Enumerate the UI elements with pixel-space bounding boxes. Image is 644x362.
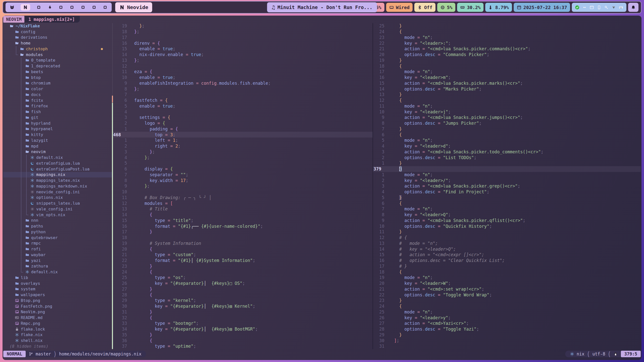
triangle-icon[interactable] (611, 5, 616, 10)
tree-item-extraconfigluapost-lua[interactable]: extraConfigLuaPost.lua (3, 166, 112, 172)
code-line[interactable]: 19 } (373, 58, 641, 63)
code-line[interactable]: 4 options.desc = "Find in Project"; (373, 189, 641, 195)
code-line[interactable]: 17 # } (373, 263, 641, 269)
code-line[interactable]: 19 # System Information (113, 241, 373, 246)
tree-item-git[interactable]: git (3, 115, 112, 120)
tree-item-fish[interactable]: fish (3, 109, 112, 115)
code-line[interactable]: 7 (113, 92, 373, 98)
code-line[interactable]: 25 type = "os"; (113, 275, 373, 281)
code-line[interactable]: 1 mode = "n"; (373, 172, 641, 178)
keyboard-icon[interactable] (619, 5, 623, 10)
code-line[interactable]: 26 key = "{#separator}│ {#keys}□ OS"; (113, 281, 373, 286)
code-line[interactable]: 1 } (373, 160, 641, 166)
code-line[interactable]: 26 key = "<leader>y"; (373, 315, 641, 321)
code-line[interactable]: 5 (113, 160, 373, 166)
tree-item-yazi[interactable]: yazi (3, 258, 112, 263)
code-line[interactable]: 19 mode = "n"; (373, 275, 641, 281)
tree-item-color[interactable]: color (3, 86, 112, 92)
code-line[interactable]: 24 { (113, 269, 373, 275)
tab-mappings-nix[interactable]: 1 mappings.nix[2+] (24, 16, 80, 23)
terminal-window-icon[interactable] (589, 5, 594, 10)
code-line[interactable]: 5 mode = "n"; (373, 138, 641, 143)
tree-item-btop[interactable]: btop (3, 75, 112, 80)
workspace-8[interactable] (92, 5, 97, 10)
code-line[interactable]: 29 type = "kernel"; (113, 298, 373, 303)
code-line[interactable]: 8 key = "<leader>Q"; (373, 212, 641, 218)
code-line[interactable]: 1 padding = { (113, 126, 373, 132)
code-line[interactable]: 18 }; (113, 29, 373, 35)
tree-item-mappings-latex-nix[interactable]: mappings_latex.nix (3, 177, 112, 183)
code-line[interactable]: 32 { (113, 315, 373, 321)
code-line[interactable]: 6 { (373, 200, 641, 206)
code-line[interactable]: 9 enableFishIntegration = config.modules… (113, 80, 373, 86)
code-line[interactable]: 18 (113, 235, 373, 241)
code-line[interactable]: 34 key = "{#separator}│ {#keys}▤ BootMGR… (113, 326, 373, 332)
code-line[interactable]: 33 type = "bootmgr"; (113, 321, 373, 326)
tree-item-mappings-markdown-nix[interactable]: mappings_markdown.nix (3, 183, 112, 189)
code-line[interactable]: 21 type = "custom"; (113, 252, 373, 258)
workspace-2-active[interactable] (21, 4, 30, 11)
check-circle-icon[interactable] (575, 5, 580, 10)
workspace-switcher[interactable] (6, 3, 112, 12)
code-line[interactable]: 20 { (113, 246, 373, 252)
tree-item-kitty[interactable]: kitty (3, 132, 112, 138)
notification-bell[interactable] (628, 3, 638, 12)
code-line[interactable]: 15 action = "<cmd>lua Snacks.picker.mark… (373, 80, 641, 86)
tree-item-docs[interactable]: docs (3, 92, 112, 98)
tree-item-qutebrowser[interactable]: qutebrowser (3, 235, 112, 241)
tree-item-modules[interactable]: modules (3, 52, 112, 58)
code-line[interactable]: 12 (113, 63, 373, 69)
code-line[interactable]: 22 key = "<leader>:"; (373, 40, 641, 46)
code-line[interactable]: 3 action = "<cmd>lua Snacks.picker.grep(… (373, 183, 641, 189)
code-line[interactable]: 16 key = "<leader>m"; (373, 75, 641, 80)
code-line[interactable]: 30 ]; (373, 338, 641, 343)
code-line[interactable]: 2 logo = { (113, 120, 373, 126)
code-line[interactable]: 8 }; (113, 86, 373, 92)
code-line[interactable]: 14 { (113, 212, 373, 218)
tree-item-mappings-nix[interactable]: mappings.nix (3, 172, 112, 178)
code-line[interactable]: 21 action = "<cmd>:set wrap!<cr>"; (373, 286, 641, 292)
tree-item-rmpc-png[interactable]: Rmpc.png (3, 321, 112, 326)
network-widget[interactable]: Wired (386, 3, 413, 12)
tree-item-hyprpanel[interactable]: hyprpanel (3, 126, 112, 132)
code-line[interactable]: 2 key = "<leader>/"; (373, 177, 641, 183)
code-line[interactable]: 3 settings = { (113, 115, 373, 120)
code-line[interactable]: 35 } (113, 332, 373, 338)
tree-item-derivations[interactable]: derivations (3, 35, 112, 40)
tree-item-fcitx[interactable]: fcitx (3, 98, 112, 103)
code-line-current[interactable]: 468 top = 3; (113, 132, 373, 138)
code-line[interactable]: 15 # action = "<cmd>cexpr []<cr>"; (373, 252, 641, 258)
code-line[interactable]: 21 action = "<cmd>lua Snacks.picker.comm… (373, 46, 641, 52)
code-line[interactable]: 25 } (373, 23, 641, 29)
code-line[interactable]: 16 format = "{#1}╭── {#}{user-name-color… (113, 223, 373, 229)
tree-item-vim-opts-nix[interactable]: vim_opts.nix (3, 212, 112, 218)
tree-item-options-nix[interactable]: options.nix (3, 195, 112, 201)
code-line[interactable]: 22 format = "{#1}│ {#}System Information… (113, 258, 373, 263)
key-icon[interactable] (604, 5, 609, 10)
code-line[interactable]: 7 separator = ""; (113, 172, 373, 178)
tree-item-config[interactable]: config (3, 29, 112, 35)
workspace-5[interactable] (58, 5, 63, 10)
code-line[interactable]: 17 (113, 35, 373, 40)
code-line[interactable]: 23 } (373, 298, 641, 303)
tree-item-neovim[interactable]: neovim (3, 149, 112, 155)
tree-item-rmpc[interactable]: rmpc (3, 241, 112, 246)
tree-item-lazygit[interactable]: lazygit (3, 138, 112, 143)
code-line[interactable]: 2 options.desc = "List TODOs"; (373, 155, 641, 160)
tree-item-nnn[interactable]: nnn (3, 218, 112, 223)
tree-item-mpd[interactable]: mpd (3, 143, 112, 149)
code-line[interactable]: 17 } (113, 229, 373, 235)
tree-item-flake-lock[interactable]: flake.lock (3, 326, 112, 332)
bluetooth-widget[interactable]: Off (414, 3, 435, 12)
temperature-widget[interactable]: 8.79% (485, 3, 512, 12)
code-line[interactable]: 9 action = "<cmd>lua Snacks.picker.qflis… (373, 218, 641, 223)
tree-item--nixflake[interactable]: ~/NixFlake (3, 23, 112, 29)
code-line[interactable]: 14 options.desc = "Marks Picker"; (373, 86, 641, 92)
tree-item-extraconfiglua-lua[interactable]: extraConfigLua.lua (3, 160, 112, 166)
code-line[interactable]: 15 enable = true; (113, 46, 373, 52)
code-line[interactable]: 6 fastfetch = { (113, 98, 373, 103)
workspace-6[interactable] (69, 5, 74, 10)
code-line[interactable]: 20 key = "<leader>W"; (373, 281, 641, 286)
code-line[interactable]: 5 enable = true; (113, 103, 373, 109)
tree-item-default-nix[interactable]: default.nix (3, 269, 112, 275)
